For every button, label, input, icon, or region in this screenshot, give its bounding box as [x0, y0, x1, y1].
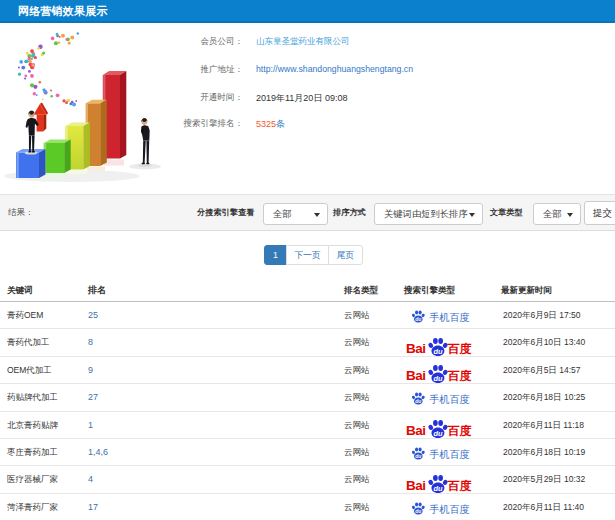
svg-text:du: du: [433, 483, 443, 492]
svg-text:du: du: [433, 346, 443, 355]
svg-text:du: du: [415, 317, 421, 322]
svg-text:du: du: [433, 428, 443, 437]
svg-text:du: du: [415, 454, 421, 459]
svg-text:du: du: [433, 374, 443, 383]
svg-text:du: du: [415, 399, 421, 404]
svg-text:du: du: [415, 509, 421, 514]
